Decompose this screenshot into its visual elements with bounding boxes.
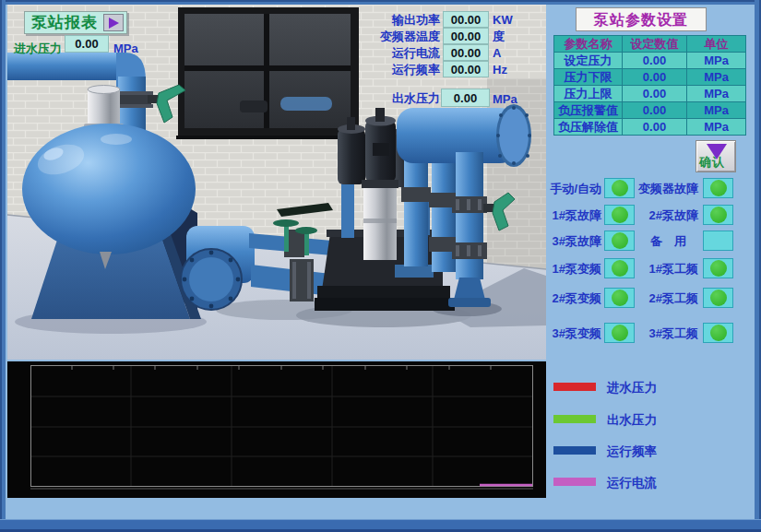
legend-label-inlet: 进水压力 [607, 380, 657, 396]
param-unit: MPa [687, 53, 746, 69]
table-row: 设定压力 0.00 MPa [554, 53, 746, 69]
legend-swatch-freq [553, 446, 596, 455]
settings-table-header: 参数名称 设定数值 单位 [554, 36, 746, 53]
status-lamp [612, 180, 628, 196]
pump-station-3d-view: 泵站报表 进水压力 0.00 MPa 输出功率 00.00 KW 变频器温度 0… [7, 5, 546, 360]
indicator-label-pump1-fault: 1#泵故障 [526, 207, 601, 224]
param-value-field[interactable]: 0.00 [623, 53, 687, 69]
param-value-field[interactable]: 0.00 [623, 102, 687, 119]
table-row: 负压报警值 0.00 MPa [554, 102, 746, 119]
indicator-label-vfd-fault: 变频器故障 [635, 181, 698, 197]
status-lamp [710, 325, 727, 341]
indicator-label-pump1-mains: 1#泵工频 [635, 261, 698, 278]
outlet-pressure-value: 0.00 [441, 89, 490, 107]
outlet-pressure-label: 出水压力 [343, 90, 440, 107]
param-name: 负压解除值 [554, 119, 623, 136]
param-name: 压力下限 [554, 69, 623, 86]
report-open-icon[interactable] [103, 14, 124, 31]
param-unit: MPa [687, 119, 746, 136]
report-button[interactable]: 泵站报表 [24, 11, 127, 34]
indicator-label-pump3-vfd: 3#泵变频 [526, 325, 601, 342]
param-name: 负压报警值 [554, 102, 623, 119]
indicator-label-pump3-fault: 3#泵故障 [526, 233, 601, 250]
screen-border-bottom [0, 519, 761, 532]
run-freq-unit: Hz [493, 62, 507, 78]
output-power-value: 00.00 [443, 11, 489, 28]
indicator-pump2-mains [703, 288, 733, 308]
run-freq-label: 运行频率 [304, 62, 440, 78]
param-value-field[interactable]: 0.00 [623, 119, 687, 136]
run-freq-value: 00.00 [443, 61, 489, 77]
status-lamp [710, 207, 727, 223]
inlet-pressure-label: 进水压力 [14, 41, 62, 57]
status-lamp [710, 290, 727, 306]
indicator-pump1-vfd [604, 258, 635, 278]
screen-border-right [755, 0, 761, 532]
indicator-label-pump3-mains: 3#泵工频 [635, 325, 698, 342]
legend-swatch-outlet [553, 415, 596, 423]
chart-frame [31, 366, 533, 487]
status-lamp [612, 325, 628, 341]
run-current-label: 运行电流 [304, 45, 440, 62]
chrome-pump-body [360, 180, 400, 269]
col-unit: 单位 [687, 36, 746, 53]
status-lamp [710, 180, 727, 196]
param-name: 压力上限 [554, 86, 623, 102]
inlet-pressure-unit: MPa [113, 41, 138, 57]
screen-border-top [0, 0, 761, 5]
param-unit: MPa [687, 86, 746, 102]
indicator-label-pump2-fault: 2#泵故障 [635, 207, 698, 224]
table-row: 压力上限 0.00 MPa [554, 86, 746, 102]
indicator-vfd-fault [703, 178, 733, 198]
legend-label-outlet: 出水压力 [607, 412, 657, 429]
indicator-pump3-mains [703, 323, 733, 343]
indicator-manual-auto [604, 178, 635, 198]
trend-chart-plot [7, 361, 546, 498]
vfd-temp-value: 00.00 [443, 28, 489, 44]
param-unit: MPa [687, 69, 746, 86]
play-icon [109, 18, 119, 29]
settings-panel-title: 泵站参数设置 [576, 7, 707, 31]
param-value-field[interactable]: 0.00 [623, 69, 687, 86]
param-value-field[interactable]: 0.00 [623, 86, 687, 102]
confirm-button[interactable]: 确认 [696, 140, 736, 172]
indicator-label-pump1-vfd: 1#泵变频 [526, 261, 601, 278]
indicator-pump2-vfd [604, 288, 635, 308]
indicator-pump2-fault [703, 205, 733, 225]
indicator-pump1-fault [604, 205, 635, 225]
vfd-temp-unit: 度 [493, 29, 505, 45]
indicator-pump3-fault [604, 231, 635, 251]
legend-swatch-current [553, 478, 596, 486]
output-power-label: 输出功率 [304, 12, 440, 29]
indicator-label-pump2-vfd: 2#泵变频 [526, 290, 601, 307]
chart-grid [31, 366, 532, 486]
vfd-temp-label: 变频器温度 [304, 29, 440, 45]
col-param-name: 参数名称 [554, 36, 623, 53]
run-current-value: 00.00 [443, 44, 489, 61]
indicator-label-manual-auto: 手动/自动 [526, 181, 601, 197]
report-button-label: 泵站报表 [31, 12, 98, 33]
legend-label-freq: 运行频率 [607, 443, 657, 460]
output-power-unit: KW [493, 12, 513, 29]
status-lamp [612, 207, 628, 223]
status-lamp [710, 260, 727, 277]
chart-ticks [72, 366, 491, 370]
indicator-label-pump2-mains: 2#泵工频 [635, 290, 698, 307]
indicator-pump1-mains [703, 258, 733, 278]
status-lamp [612, 232, 628, 249]
col-set-value: 设定数值 [623, 36, 687, 53]
confirm-button-label: 确认 [699, 154, 725, 171]
param-unit: MPa [687, 102, 746, 119]
table-row: 压力下限 0.00 MPa [554, 69, 746, 86]
status-lamp [612, 260, 628, 277]
legend-swatch-inlet [553, 383, 596, 391]
indicator-label-spare: 备 用 [635, 233, 686, 250]
settings-table: 参数名称 设定数值 单位 设定压力 0.00 MPa 压力下限 0.00 MPa… [553, 35, 746, 136]
table-row: 负压解除值 0.00 MPa [554, 119, 746, 136]
param-name: 设定压力 [554, 53, 623, 69]
status-lamp [612, 290, 628, 306]
legend-label-current: 运行电流 [607, 475, 657, 491]
screen-border-left [0, 0, 6, 532]
indicator-pump3-vfd [604, 323, 635, 343]
run-current-unit: A [493, 45, 501, 62]
